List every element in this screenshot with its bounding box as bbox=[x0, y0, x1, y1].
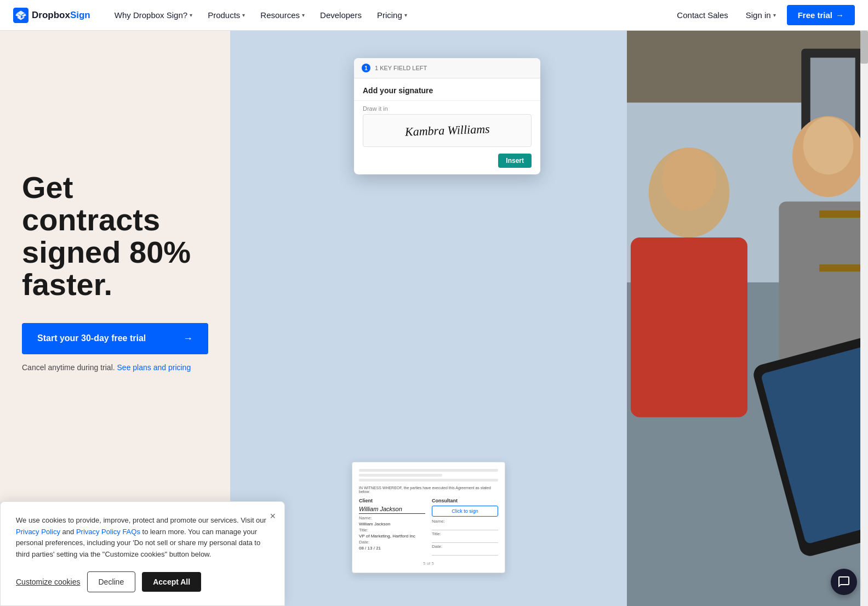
customize-cookies-button[interactable]: Customize cookies bbox=[16, 577, 81, 586]
privacy-policy-link[interactable]: Privacy Policy bbox=[16, 528, 60, 536]
chat-widget[interactable] bbox=[831, 569, 857, 595]
cookie-banner: × We use cookies to provide, improve, pr… bbox=[0, 501, 285, 606]
chevron-down-icon: ▾ bbox=[190, 12, 192, 18]
doc-columns: Client William Jackson Name: William Jac… bbox=[359, 498, 498, 557]
click-to-sign-btn[interactable]: Click to sign bbox=[432, 506, 498, 517]
modal-title: Add your signature bbox=[354, 78, 540, 101]
privacy-faqs-link[interactable]: Privacy Policy FAQs bbox=[76, 528, 140, 536]
dropbox-icon bbox=[13, 8, 28, 23]
scroll-thumb bbox=[860, 31, 868, 64]
free-trial-button[interactable]: Free trial → bbox=[787, 5, 855, 25]
nav-products[interactable]: Products ▾ bbox=[201, 6, 252, 24]
chevron-down-icon: ▾ bbox=[404, 12, 407, 18]
client-date-field: Date: 08 / 13 / 21 bbox=[359, 540, 425, 551]
chevron-down-icon: ▾ bbox=[773, 12, 776, 18]
chevron-down-icon: ▾ bbox=[302, 12, 305, 18]
hero-cancel-text: Cancel anytime during trial. See plans a… bbox=[22, 363, 208, 372]
chevron-down-icon: ▾ bbox=[242, 12, 245, 18]
svg-point-13 bbox=[803, 117, 854, 174]
page-count: 5 of 5 bbox=[359, 561, 498, 566]
consultant-date-field: Date: bbox=[432, 544, 498, 556]
doc-line bbox=[359, 469, 498, 472]
cookie-text: We use cookies to provide, improve, prot… bbox=[16, 515, 269, 560]
insert-button[interactable]: Insert bbox=[498, 154, 532, 168]
arrow-right-icon: → bbox=[183, 333, 193, 344]
nav-right: Contact Sales Sign in ▾ Free trial → bbox=[670, 5, 855, 25]
client-signature: William Jackson bbox=[359, 506, 425, 514]
navigation: DropboxSign Why Dropbox Sign? ▾ Products… bbox=[0, 0, 868, 31]
nav-resources[interactable]: Resources ▾ bbox=[254, 6, 311, 24]
logo-text: DropboxSign bbox=[32, 10, 90, 21]
decline-button[interactable]: Decline bbox=[87, 571, 136, 592]
arrow-right-icon: → bbox=[836, 10, 844, 20]
client-col: Client William Jackson Name: William Jac… bbox=[359, 498, 425, 557]
client-title-field: Title: VP of Marketing, Hartford Inc bbox=[359, 528, 425, 539]
nav-links: Why Dropbox Sign? ▾ Products ▾ Resources… bbox=[108, 6, 671, 24]
contact-sales-link[interactable]: Contact Sales bbox=[670, 6, 734, 24]
consultant-col: Consultant Click to sign Name: Title: Da… bbox=[432, 498, 498, 557]
hero-illustration bbox=[627, 31, 868, 606]
cookie-close-button[interactable]: × bbox=[270, 511, 276, 522]
sign-in-button[interactable]: Sign in ▾ bbox=[739, 6, 783, 24]
hero-center-area: 1 1 KEY FIELD LEFT Add your signature Dr… bbox=[230, 31, 627, 606]
field-count-badge: 1 bbox=[362, 64, 370, 72]
hero-photo-area bbox=[627, 31, 868, 606]
document-preview: IN WITNESS WHEREOF, the parties have exe… bbox=[352, 462, 505, 573]
hero-photo bbox=[627, 31, 868, 606]
doc-intro: IN WITNESS WHEREOF, the parties have exe… bbox=[359, 486, 498, 494]
cookie-buttons: Customize cookies Decline Accept All bbox=[16, 571, 269, 592]
signature-image: Kambra Williams bbox=[404, 122, 489, 139]
doc-line bbox=[359, 479, 498, 482]
logo[interactable]: DropboxSign bbox=[13, 8, 90, 23]
hero-text-area: Get contracts signed 80% faster. Start y… bbox=[0, 31, 230, 502]
hero-cta-button[interactable]: Start your 30-day free trial → bbox=[22, 323, 208, 354]
signature-modal: 1 1 KEY FIELD LEFT Add your signature Dr… bbox=[354, 58, 540, 174]
accept-all-button[interactable]: Accept All bbox=[142, 572, 201, 592]
nav-developers[interactable]: Developers bbox=[313, 6, 368, 24]
consultant-title-field: Title: bbox=[432, 531, 498, 543]
nav-why[interactable]: Why Dropbox Sign? ▾ bbox=[108, 6, 199, 24]
modal-header: 1 1 KEY FIELD LEFT bbox=[354, 58, 540, 78]
client-name-field: Name: William Jackson bbox=[359, 516, 425, 526]
chat-icon bbox=[837, 575, 850, 588]
hero-headline: Get contracts signed 80% faster. bbox=[22, 172, 208, 301]
svg-point-10 bbox=[662, 148, 716, 211]
see-plans-link[interactable]: See plans and pricing bbox=[117, 363, 191, 372]
nav-pricing[interactable]: Pricing ▾ bbox=[370, 6, 414, 24]
consultant-name-field: Name: bbox=[432, 519, 498, 530]
draw-label: Draw it in bbox=[354, 101, 540, 114]
svg-rect-9 bbox=[631, 237, 747, 417]
doc-line bbox=[359, 474, 442, 477]
scrollbar[interactable] bbox=[860, 31, 868, 606]
signature-draw-area[interactable]: Kambra Williams bbox=[363, 114, 532, 147]
